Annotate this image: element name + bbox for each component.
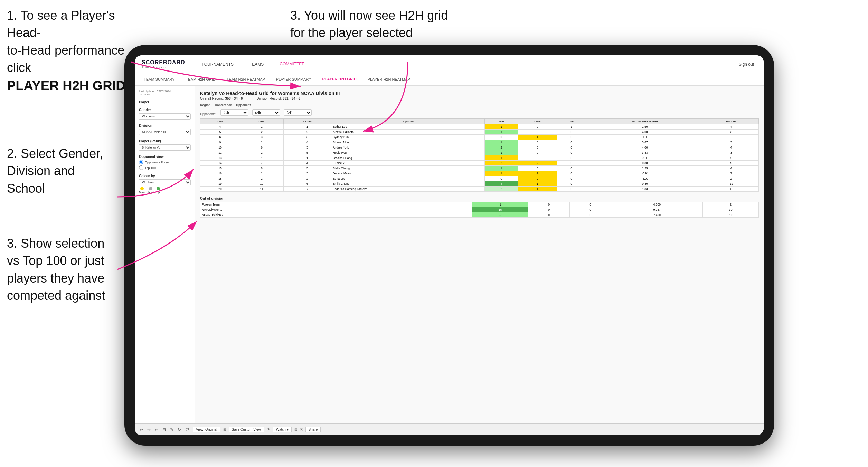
col-conf: # Conf [283,119,331,124]
col-rounds: Rounds [704,119,759,124]
table-header-row: # Div # Reg # Conf Opponent Win Loss Tie… [200,119,759,124]
tools-icon[interactable]: ⊞ [162,427,167,433]
table-row: 11 2 5 Heejo Hyun 1 0 0 3.33 3 [200,150,759,155]
opponent-select[interactable]: (All) [284,109,312,116]
table-row: 4 1 1 Esther Lee 1 0 1 1.50 4 [200,124,759,130]
col-diff: Diff Av Strokes/Rnd [586,119,704,124]
sign-out-link[interactable]: Sign out [736,60,757,68]
sidebar: Last Updated: 27/03/2024 16:55:38 Player… [135,86,195,423]
region-filter-group: Region [200,103,211,107]
top100-radio[interactable]: Top 100 [139,165,191,170]
redo-icon[interactable]: ↪ [147,427,151,433]
gender-select[interactable]: Women's [139,113,191,120]
subnav-player-h2h-grid[interactable]: PLAYER H2H GRID [320,76,359,83]
sidebar-opponent-view-section: Opponent view Opponents Played Top 100 [139,155,191,170]
main-content: Last Updated: 27/03/2024 16:55:38 Player… [135,86,764,423]
sidebar-gender-section: Gender Women's [139,108,191,120]
nav-teams[interactable]: TEAMS [247,60,266,68]
toolbar: ↩ ↪ ↩ ⊞ ✎ ↻ ⏱ View: Original ⊞ Save Cust… [135,423,764,435]
legend-down: Down [139,187,145,193]
subnav-player-h2h-heatmap[interactable]: PLAYER H2H HEATMAP [366,76,412,83]
colour-by-select[interactable]: Win/loss [139,179,191,185]
nav-committee[interactable]: COMMITTEE [277,60,307,68]
content-area: Katelyn Vo Head-to-Head Grid for Women's… [195,86,764,423]
opponent-played-radio[interactable]: Opponents Played [139,160,191,164]
instruction-step3-top: 3. You will now see H2H grid for the pla… [290,7,463,42]
out-of-division-title: Out of division [200,197,759,200]
sidebar-player-rank-section: Player (Rank) 8. Katelyn Vo [139,139,191,151]
col-div: # Div [200,119,240,124]
table-row: 15 8 5 Stella Cheng 1 0 0 1.25 4 [200,166,759,171]
sidebar-division-section: Division NCAA Division III [139,124,191,135]
edit-icon[interactable]: ✎ [169,427,174,433]
undo-icon[interactable]: ↩ [139,427,144,433]
table-row: 20 11 7 Federica Domecq Lacroze 2 1 0 1.… [200,187,759,192]
subnav-team-h2h-heatmap[interactable]: TEAM H2H HEATMAP [225,76,267,83]
col-loss: Loss [518,119,557,124]
watch-btn[interactable]: Watch ▾ [273,427,292,432]
col-opponent: Opponent [331,119,485,124]
table-row: 10 6 3 Andrea York 2 0 0 4.00 4 [200,145,759,150]
opponent-filter-group: Opponent [236,103,251,107]
table-row: 14 7 4 Eunice Yi 2 2 0 0.38 9 [200,161,759,166]
table-row: 19 10 6 Emily Chang 4 1 0 0.30 11 [200,181,759,187]
ood-table-row: Foreign Team 1 0 0 4.500 2 [200,202,759,207]
table-row: 13 1 1 Jessica Huang 1 0 0 -3.00 2 [200,155,759,161]
col-win: Win [485,119,518,124]
ood-table-row: NAIA Division 1 15 0 0 9.267 30 [200,207,759,212]
main-data-table: # Div # Reg # Conf Opponent Win Loss Tie… [200,118,759,192]
subnav-team-h2h-grid[interactable]: TEAM H2H GRID [184,76,218,83]
table-row: 6 3 3 Sydney Kuo 0 1 0 -1.00 [200,135,759,140]
nav-logo: SCOREBOARD Powered by clippd [142,59,185,69]
division-select[interactable]: NCAA Division III [139,129,191,135]
out-of-division-table: Foreign Team 1 0 0 4.500 2 NAIA Division… [200,202,759,218]
subnav-player-summary[interactable]: PLAYER SUMMARY [274,76,313,83]
col-tie: Tie [557,119,586,124]
refresh-icon[interactable]: ↻ [177,427,182,433]
save-custom-btn[interactable]: Save Custom View [229,427,264,432]
table-row: 18 2 2 Euna Lee 0 2 0 -5.00 2 [200,176,759,181]
opponents-select[interactable]: (All) [220,109,248,116]
col-reg: # Reg [240,119,283,124]
view-original-btn[interactable]: View: Original [193,427,220,432]
nav-tournaments[interactable]: TOURNAMENTS [199,60,236,68]
table-row: 5 2 2 Alexis Sudjianto 1 0 0 4.00 3 [200,130,759,135]
sub-nav: TEAM SUMMARY TEAM H2H GRID TEAM H2H HEAT… [135,73,764,86]
filter-selects-row: Opponents: (All) (All) (All) [200,109,759,116]
legend-level: Level [148,187,154,193]
grid-title: Katelyn Vo Head-to-Head Grid for Women's… [200,90,759,96]
filter-row: Region Conference Opponent [200,103,759,107]
conference-filter-group: Conference [215,103,232,107]
tablet-screen: SCOREBOARD Powered by clippd TOURNAMENTS… [135,55,764,435]
table-row: 16 1 3 Jessica Mason 1 2 0 -0.94 7 [200,171,759,176]
instruction-step2: 2. Select Gender, Division and School [7,145,138,197]
sidebar-player-section: Player [139,100,191,104]
conference-select[interactable]: (All) [252,109,280,116]
table-row: 9 1 4 Sharon Mun 1 0 0 3.67 3 [200,140,759,145]
ood-table-row: NCAA Division 2 5 0 0 7.400 10 [200,212,759,218]
undo2-icon[interactable]: ↩ [154,427,159,433]
player-rank-select[interactable]: 8. Katelyn Vo [139,144,191,151]
clock-icon[interactable]: ⏱ [185,427,190,433]
grid-records: Overall Record: 353 - 34 - 6 Division Re… [200,97,759,101]
tablet-frame: SCOREBOARD Powered by clippd TOURNAMENTS… [124,45,774,446]
instruction-step3-bottom: 3. Show selection vs Top 100 or just pla… [7,235,142,305]
legend-up: Up [157,187,160,193]
subnav-team-summary[interactable]: TEAM SUMMARY [142,76,177,83]
share-btn[interactable]: Share [305,427,321,432]
sidebar-colour-section: Colour by Win/loss Down Level [139,174,191,193]
nav-bar: SCOREBOARD Powered by clippd TOURNAMENTS… [135,55,764,73]
